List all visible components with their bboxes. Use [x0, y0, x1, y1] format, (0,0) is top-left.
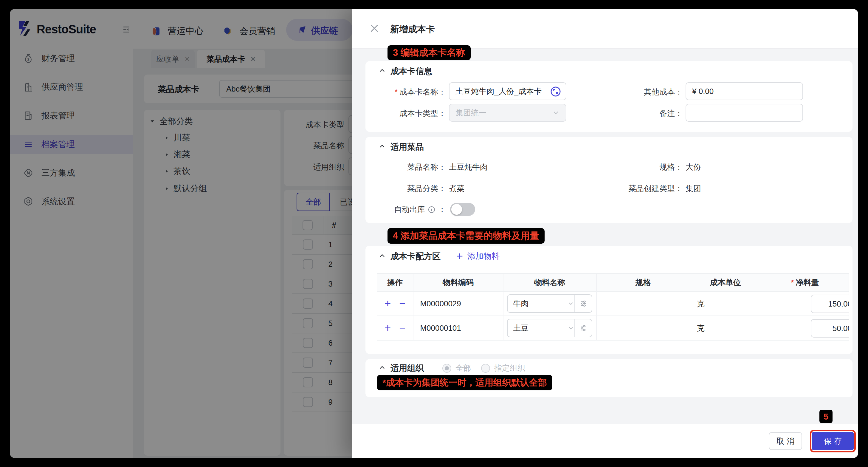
remove-row-icon[interactable]: −	[399, 298, 405, 309]
collapse-section-icon[interactable]	[378, 364, 386, 371]
radio-all-label: 全部	[456, 363, 471, 373]
add-material-label: 添加物料	[467, 251, 500, 262]
net-qty-input[interactable]	[811, 295, 849, 313]
required-mark: *	[791, 278, 794, 287]
app-window: RestoSuite 营运中心 会员营销 供应链 $	[10, 9, 858, 458]
cost-card-type-select: 集团统一	[449, 104, 566, 122]
add-row-icon[interactable]: +	[384, 323, 391, 333]
material-code-cell: M00000029	[413, 292, 503, 316]
material-name-select[interactable]: 牛肉	[507, 294, 592, 313]
cancel-button[interactable]: 取消	[769, 432, 802, 450]
col-header-actions: 操作	[377, 274, 413, 292]
required-mark: *	[395, 87, 398, 96]
close-modal-icon[interactable]	[369, 23, 380, 35]
spec-label: 规格：	[608, 162, 683, 172]
auto-outbound-label-row: 自动出库 ：	[371, 204, 446, 215]
material-filter-button[interactable]	[575, 295, 592, 312]
modal-header: 新增成本卡	[352, 9, 858, 49]
add-row-icon[interactable]: +	[384, 298, 391, 309]
col-header-spec: 规格	[597, 274, 690, 292]
cost-unit-cell: 克	[690, 292, 761, 316]
dish-name-value: 土豆炖牛肉	[449, 162, 488, 172]
create-type-label: 菜品创建类型：	[608, 183, 683, 194]
chevron-down-icon	[552, 109, 560, 117]
section-title: 适用组织	[391, 362, 424, 374]
auto-outbound-label: 自动出库	[394, 204, 425, 215]
radio-all[interactable]: 全部	[442, 363, 471, 373]
remark-label: 备注：	[608, 108, 683, 119]
annotation-step3: 3 编辑成本卡名称	[388, 45, 471, 60]
col-header-material-name: 物料名称	[503, 274, 597, 292]
formula-section: 成本卡配方区 添加物料 操作 物料编码 物料名称 规格 成本单位 *净料量	[366, 246, 852, 354]
remark-input[interactable]	[686, 104, 803, 122]
material-filter-button[interactable]	[575, 319, 592, 337]
material-name-value: 土豆	[507, 323, 528, 333]
radio-specified-label: 指定组织	[494, 363, 525, 373]
cost-card-name-label: *成本卡名称：	[371, 87, 446, 97]
section-title: 成本卡配方区	[391, 251, 440, 262]
plus-icon	[456, 252, 464, 260]
sliders-icon	[580, 324, 587, 332]
col-header-cost-unit: 成本单位	[690, 274, 761, 292]
radio-specified[interactable]: 指定组织	[481, 363, 525, 373]
col-header-material-code: 物料编码	[413, 274, 503, 292]
material-name-select[interactable]: 土豆	[507, 319, 592, 337]
translate-globe-icon[interactable]	[550, 86, 562, 99]
dish-category-value: 煮菜	[449, 183, 464, 194]
net-qty-input[interactable]	[811, 319, 849, 338]
modal-title: 新增成本卡	[390, 23, 435, 35]
auto-outbound-toggle[interactable]	[450, 203, 475, 216]
other-cost-input[interactable]	[686, 82, 803, 100]
annotation-step5: 5	[819, 410, 833, 423]
other-cost-label: 其他成本：	[608, 87, 683, 97]
info-icon[interactable]	[428, 205, 436, 214]
sliders-icon	[580, 300, 587, 308]
screen: RestoSuite 营运中心 会员营销 供应链 $	[0, 0, 868, 467]
collapse-section-icon[interactable]	[378, 252, 386, 259]
create-type-value: 集团	[686, 183, 701, 194]
section-title: 成本卡信息	[391, 66, 432, 77]
dish-category-label: 菜品分类：	[371, 183, 446, 194]
formula-table: 操作 物料编码 物料名称 规格 成本单位 *净料量 +− M00000029	[377, 273, 849, 341]
material-code-cell: M00000101	[413, 316, 503, 341]
modal-footer: 取消 保存	[352, 424, 858, 458]
cost-card-name-input[interactable]	[449, 82, 566, 100]
cost-card-type-value: 集团统一	[456, 108, 487, 118]
collapse-section-icon[interactable]	[378, 143, 386, 150]
save-button[interactable]: 保存	[812, 432, 854, 450]
cost-card-info-section: 成本卡信息 *成本卡名称： 其他成本： 成本卡类型： 集团统一 备注：	[366, 61, 852, 132]
chevron-down-icon	[567, 324, 575, 331]
radio-selected-icon	[442, 364, 451, 373]
spec-cell	[597, 316, 690, 341]
spec-cell	[597, 292, 690, 316]
col-header-net-qty: *净料量	[761, 274, 849, 292]
annotation-step4: 4 添加菜品成本卡需要的物料及用量	[388, 228, 545, 244]
applicable-dish-section: 适用菜品 菜品名称： 土豆炖牛肉 规格： 大份 菜品分类： 煮菜 菜品创建类型：…	[366, 137, 852, 223]
radio-unselected-icon	[481, 364, 490, 373]
remove-row-icon[interactable]: −	[399, 323, 405, 333]
dish-name-label: 菜品名称：	[371, 162, 446, 172]
material-name-value: 牛肉	[507, 298, 528, 309]
spec-value: 大份	[686, 162, 701, 172]
cost-card-type-label: 成本卡类型：	[371, 108, 446, 119]
section-title: 适用菜品	[391, 141, 424, 153]
new-cost-card-modal: 新增成本卡 3 编辑成本卡名称 成本卡信息 *成本卡名称： 其他成本： 成本卡类…	[352, 9, 858, 458]
chevron-down-icon	[567, 300, 575, 307]
add-material-link[interactable]: 添加物料	[456, 251, 500, 262]
annotation-org-note: *成本卡为集团统一时，适用组织默认全部	[377, 375, 552, 390]
applicable-org-section: 适用组织 全部 指定组织 *成本卡为集团统一时，适用组织默认全部	[366, 359, 852, 397]
collapse-section-icon[interactable]	[378, 67, 386, 74]
cost-unit-cell: 克	[690, 316, 761, 341]
